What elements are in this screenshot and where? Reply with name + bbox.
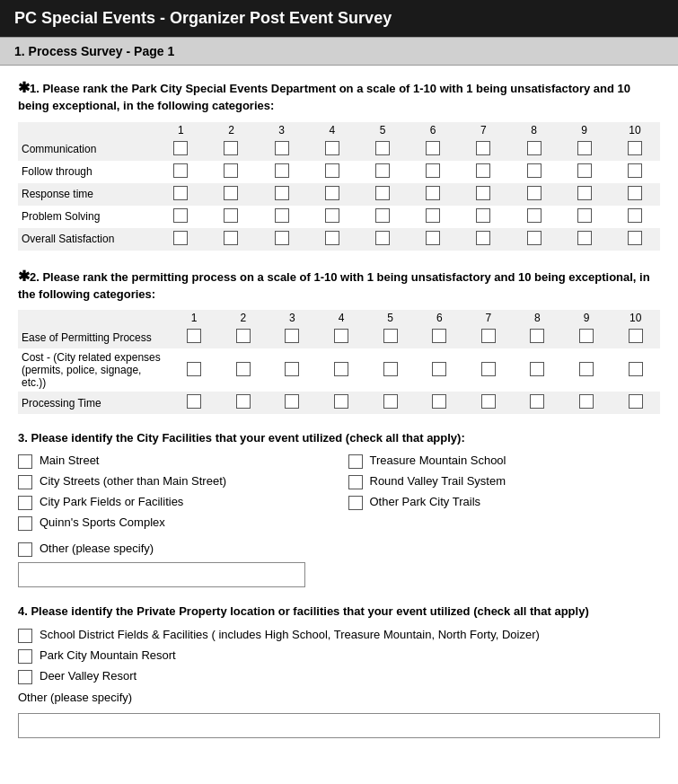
q1-r0-c5[interactable] xyxy=(426,141,440,155)
q4-item-2: Deer Valley Resort xyxy=(18,669,660,684)
q1-r4-c6[interactable] xyxy=(476,231,490,245)
q4-cb-1[interactable] xyxy=(18,649,32,664)
q2-r0-c8[interactable] xyxy=(579,329,594,343)
q3-col2-cb-0[interactable] xyxy=(348,454,363,469)
q2-r0-c4[interactable] xyxy=(383,329,398,343)
q1-r2-c5[interactable] xyxy=(426,186,440,200)
q1-r4-c9[interactable] xyxy=(628,231,642,245)
q2-r0-c6[interactable] xyxy=(481,329,496,343)
q1-r3-c9[interactable] xyxy=(628,208,642,223)
q1-r1-c7[interactable] xyxy=(527,163,542,178)
q4-other-input[interactable] xyxy=(18,713,660,738)
q1-r3-c4[interactable] xyxy=(375,208,390,223)
q2-r2-c3[interactable] xyxy=(334,394,348,409)
q2-r1-c9[interactable] xyxy=(629,362,643,376)
q2-r0-c3[interactable] xyxy=(334,329,348,343)
q1-r3-c1[interactable] xyxy=(224,208,238,223)
q2-r2-c1[interactable] xyxy=(236,394,251,409)
q2-r1-c2[interactable] xyxy=(285,362,299,376)
q3-col1-cb-0[interactable] xyxy=(18,454,32,469)
q1-r1-c8[interactable] xyxy=(577,163,592,178)
question-2: ✱2. Please rank the permitting process o… xyxy=(18,267,660,415)
q1-r2-c4[interactable] xyxy=(375,186,390,200)
q1-r2-c9[interactable] xyxy=(628,186,642,200)
q2-r0-c5[interactable] xyxy=(432,329,446,343)
q1-r4-c8[interactable] xyxy=(577,231,592,245)
q2-r1-c8[interactable] xyxy=(579,362,594,376)
q2-r0-c1[interactable] xyxy=(236,329,251,343)
q1-r3-c5[interactable] xyxy=(426,208,440,223)
q2-r2-c0[interactable] xyxy=(187,394,201,409)
q1-r0-c0[interactable] xyxy=(173,141,188,155)
q4-cb-2[interactable] xyxy=(18,670,32,684)
q2-r1-c3[interactable] xyxy=(334,362,348,376)
q1-r3-c3[interactable] xyxy=(325,208,339,223)
q2-r1-c7[interactable] xyxy=(530,362,544,376)
q2-r0-c0[interactable] xyxy=(187,329,201,343)
q1-r4-c0[interactable] xyxy=(173,231,188,245)
q1-r1-c1[interactable] xyxy=(224,163,238,178)
q1-r3-c2[interactable] xyxy=(275,208,289,223)
q3-col2-cb-1[interactable] xyxy=(348,475,363,489)
q4-item-1: Park City Mountain Resort xyxy=(18,648,660,664)
q1-r4-c4[interactable] xyxy=(375,231,390,245)
q1-r1-c5[interactable] xyxy=(426,163,440,178)
q3-col1-cb-1[interactable] xyxy=(18,475,32,489)
q3-col1-label-3: Quinn's Sports Complex xyxy=(40,515,165,529)
q3-other-input[interactable] xyxy=(18,562,305,587)
q2-r1-c6[interactable] xyxy=(481,362,496,376)
q1-r3-c6[interactable] xyxy=(476,208,490,223)
q2-r1-c5[interactable] xyxy=(432,362,446,376)
q2-r1-c1[interactable] xyxy=(236,362,251,376)
q1-r1-c9[interactable] xyxy=(628,163,642,178)
q4-cb-0[interactable] xyxy=(18,629,32,643)
q2-r1-c4[interactable] xyxy=(383,362,398,376)
q3-col1-cb-2[interactable] xyxy=(18,496,32,510)
q3-col2-cb-2[interactable] xyxy=(348,496,363,510)
q1-r0-c8[interactable] xyxy=(577,141,592,155)
q2-r0-c9[interactable] xyxy=(629,329,643,343)
q1-r0-c4[interactable] xyxy=(375,141,390,155)
q1-r0-c1[interactable] xyxy=(224,141,238,155)
q3-col1-cb-3[interactable] xyxy=(18,516,32,531)
q1-r1-c4[interactable] xyxy=(375,163,390,178)
q3-col1-label-1: City Streets (other than Main Street) xyxy=(40,474,226,488)
q3-col1-item-1: City Streets (other than Main Street) xyxy=(18,474,330,489)
q2-r2-c7[interactable] xyxy=(530,394,544,409)
q1-r4-c1[interactable] xyxy=(224,231,238,245)
q2-r0-c7[interactable] xyxy=(530,329,544,343)
q2-r2-c9[interactable] xyxy=(629,394,643,409)
q1-r2-c2[interactable] xyxy=(275,186,289,200)
q1-r1-c0[interactable] xyxy=(173,163,188,178)
q1-r4-c3[interactable] xyxy=(325,231,339,245)
q1-r2-c3[interactable] xyxy=(325,186,339,200)
q1-r3-c8[interactable] xyxy=(577,208,592,223)
q1-r1-c6[interactable] xyxy=(476,163,490,178)
q2-r2-c8[interactable] xyxy=(579,394,594,409)
q1-r3-c7[interactable] xyxy=(527,208,542,223)
q1-r4-c2[interactable] xyxy=(275,231,289,245)
q1-r0-c9[interactable] xyxy=(628,141,642,155)
q2-r2-c2[interactable] xyxy=(285,394,299,409)
q1-r2-c8[interactable] xyxy=(577,186,592,200)
q1-r2-c7[interactable] xyxy=(527,186,542,200)
q1-r3-c0[interactable] xyxy=(173,208,188,223)
q2-r2-c6[interactable] xyxy=(481,394,496,409)
q3-col2-label-2: Other Park City Trails xyxy=(370,495,481,508)
q1-r1-c2[interactable] xyxy=(275,163,289,178)
q1-r0-c3[interactable] xyxy=(325,141,339,155)
q1-r1-c3[interactable] xyxy=(325,163,339,178)
q1-r2-c1[interactable] xyxy=(224,186,238,200)
q3-other-checkbox[interactable] xyxy=(18,542,32,557)
q1-r4-c5[interactable] xyxy=(426,231,440,245)
q1-r2-c6[interactable] xyxy=(476,186,490,200)
q2-r2-c4[interactable] xyxy=(383,394,398,409)
q2-r2-c5[interactable] xyxy=(432,394,446,409)
q1-r2-c0[interactable] xyxy=(173,186,188,200)
q1-r0-c6[interactable] xyxy=(476,141,490,155)
q1-r4-c7[interactable] xyxy=(527,231,542,245)
q1-r0-c7[interactable] xyxy=(527,141,542,155)
q2-r0-c2[interactable] xyxy=(285,329,299,343)
q2-r1-c0[interactable] xyxy=(187,362,201,376)
q1-r0-c2[interactable] xyxy=(275,141,289,155)
